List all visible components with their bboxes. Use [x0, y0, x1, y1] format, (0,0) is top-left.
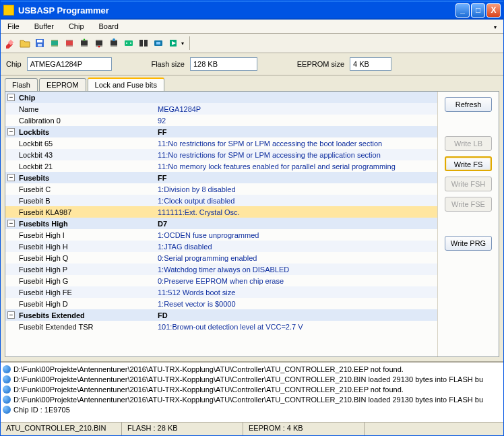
grid-row[interactable]: Fusebit Extended TSR101:Brown-out detect…: [5, 321, 437, 332]
grid-name-cell: Lockbit 65: [17, 139, 155, 148]
grid-row[interactable]: Fusebit High H1:JTAG disabled: [5, 241, 437, 252]
board-blue-icon[interactable]: [153, 38, 164, 49]
chip-write-icon[interactable]: [94, 38, 104, 49]
menu-board[interactable]: Board: [96, 21, 121, 32]
close-button[interactable]: X: [486, 3, 501, 18]
maximize-button[interactable]: □: [471, 3, 485, 18]
grid-group-header[interactable]: −LockbitsFF: [5, 126, 437, 137]
fuse-grid[interactable]: −ChipNameMEGA1284PCalibration 092−Lockbi…: [5, 92, 438, 356]
grid-row[interactable]: Fusebit High P1:Watchdog timer always on…: [5, 263, 437, 275]
write-fs-button[interactable]: Write FS: [445, 156, 492, 171]
grid-group-header[interactable]: −FusebitsFF: [5, 172, 437, 183]
grid-group-header[interactable]: −Chip: [5, 92, 437, 103]
collapse-icon: [7, 117, 15, 124]
collapse-icon[interactable]: −: [7, 128, 15, 135]
svg-rect-8: [96, 41, 102, 45]
grid-group-header[interactable]: −Fusebits ExtendedFD: [5, 309, 437, 321]
svg-rect-5: [51, 41, 58, 45]
svg-rect-9: [111, 41, 117, 45]
refresh-button[interactable]: Refresh: [445, 97, 492, 112]
grid-row[interactable]: Fusebit High FE11:512 Words boot size: [5, 286, 437, 298]
grid-value-cell: 1:JTAG disabled: [155, 243, 437, 251]
write-fsh-button[interactable]: Write FSH: [445, 177, 492, 191]
grid-value-cell: 11:No restrictions for SPM or LPM access…: [155, 139, 437, 148]
collapse-icon[interactable]: −: [7, 174, 15, 181]
log-line: D:\Funk\00Projekte\Antennentuner\2016\AT…: [3, 384, 501, 394]
tab-flash[interactable]: Flash: [5, 78, 38, 91]
grid-row[interactable]: Fusebit High Q0:Serial programming enabl…: [5, 252, 437, 263]
grid-value-cell: D7: [155, 220, 437, 228]
grid-name-cell: Fusebit High P: [17, 266, 155, 274]
grid-value-cell: 1:Clock output disabled: [155, 197, 437, 205]
menubar-overflow-icon[interactable]: ▾: [491, 23, 499, 32]
grid-name-cell: Fusebit High I: [17, 231, 155, 239]
grid-group-header[interactable]: −Fusebits HighD7: [5, 218, 437, 229]
grid-name-cell: Chip: [17, 94, 155, 102]
grid-row[interactable]: Lockbit 6511:No restrictions for SPM or …: [5, 137, 437, 149]
log-text: Chip ID : 1E9705: [13, 406, 70, 414]
menu-buffer[interactable]: Buffer: [32, 21, 57, 32]
board-green-icon[interactable]: [123, 38, 134, 49]
chip-field[interactable]: ATMEGA1284P: [27, 57, 112, 71]
info-icon: [3, 406, 11, 414]
grid-name-cell: Lockbit 21: [17, 162, 155, 170]
grid-row[interactable]: Calibration 092: [5, 115, 437, 126]
grid-name-cell: Fusebit High G: [17, 277, 155, 285]
write-prg-button[interactable]: Write PRG: [445, 236, 492, 251]
grid-value-cell: 101:Brown-out detection level at VCC=2.7…: [155, 323, 437, 331]
collapse-icon: [7, 288, 15, 296]
flash-size-value: 128 KB: [193, 60, 218, 68]
grid-row[interactable]: Lockbit 2111:No memory lock features ena…: [5, 160, 437, 172]
svg-rect-4: [38, 44, 42, 46]
titlebar: USBASP Programmer _ □ X: [1, 1, 503, 20]
write-fse-button[interactable]: Write FSE: [445, 197, 492, 212]
minimize-button[interactable]: _: [455, 3, 470, 18]
chip-green-icon[interactable]: [49, 38, 60, 49]
svg-rect-17: [156, 42, 160, 44]
toolbar-dropdown-icon[interactable]: ▾: [181, 40, 184, 46]
grid-name-cell: Fusebit Extended TSR: [17, 323, 155, 331]
grid-row[interactable]: Fusebit High G0:Preserve EEPROM when chi…: [5, 275, 437, 286]
grid-row[interactable]: Fusebit High D1:Reset vector is $0000: [5, 298, 437, 309]
chip-dual-icon[interactable]: [138, 38, 149, 49]
log-panel[interactable]: D:\Funk\00Projekte\Antennentuner\2016\AT…: [1, 361, 503, 422]
grid-name-cell: Calibration 0: [17, 117, 155, 125]
menu-chip[interactable]: Chip: [66, 21, 87, 32]
chip-red-icon[interactable]: [64, 38, 75, 49]
erase-icon[interactable]: [5, 38, 15, 49]
open-icon[interactable]: [20, 38, 30, 49]
grid-value-cell: 1:OCDEN fuse unprogrammed: [155, 231, 437, 239]
info-icon: [3, 365, 11, 373]
grid-value-cell: 1:Division by 8 disabled: [155, 185, 437, 193]
save-icon[interactable]: [34, 38, 45, 49]
grid-row[interactable]: Fusebit B1:Clock output disabled: [5, 195, 437, 206]
write-lb-button[interactable]: Write LB: [445, 136, 492, 151]
collapse-icon: [7, 185, 15, 193]
grid-row[interactable]: Fusebit High I1:OCDEN fuse unprogrammed: [5, 229, 437, 241]
tab-lock-fuse[interactable]: Lock and Fuse bits: [88, 77, 164, 91]
collapse-icon[interactable]: −: [7, 94, 15, 101]
grid-row[interactable]: Fusebit KLA987111111:Ext. Crystal Osc.: [5, 206, 437, 218]
grid-row[interactable]: NameMEGA1284P: [5, 103, 437, 115]
grid-value-cell: MEGA1284P: [155, 105, 437, 113]
chip-read-icon[interactable]: [79, 38, 90, 49]
svg-rect-15: [144, 40, 148, 46]
svg-rect-7: [81, 41, 88, 45]
menu-file[interactable]: File: [5, 21, 22, 32]
collapse-icon[interactable]: −: [7, 311, 15, 319]
chip-verify-icon[interactable]: [108, 38, 119, 49]
tab-eeprom[interactable]: EEPROM: [39, 78, 86, 91]
collapse-icon: [7, 197, 15, 204]
collapse-icon: [7, 231, 15, 239]
collapse-icon: [7, 266, 15, 273]
app-icon: [3, 5, 14, 15]
grid-row[interactable]: Lockbit 4311:No restrictions for SPM or …: [5, 149, 437, 160]
toolbar: ▾: [1, 34, 503, 53]
grid-name-cell: Fusebit High D: [17, 300, 155, 308]
grid-name-cell: Fusebit B: [17, 197, 155, 205]
run-icon[interactable]: [168, 38, 179, 49]
svg-rect-3: [37, 40, 42, 42]
grid-row[interactable]: Fusebit C1:Division by 8 disabled: [5, 183, 437, 195]
collapse-icon[interactable]: −: [7, 220, 15, 227]
grid-value-cell: 111111:Ext. Crystal Osc.: [155, 208, 437, 216]
